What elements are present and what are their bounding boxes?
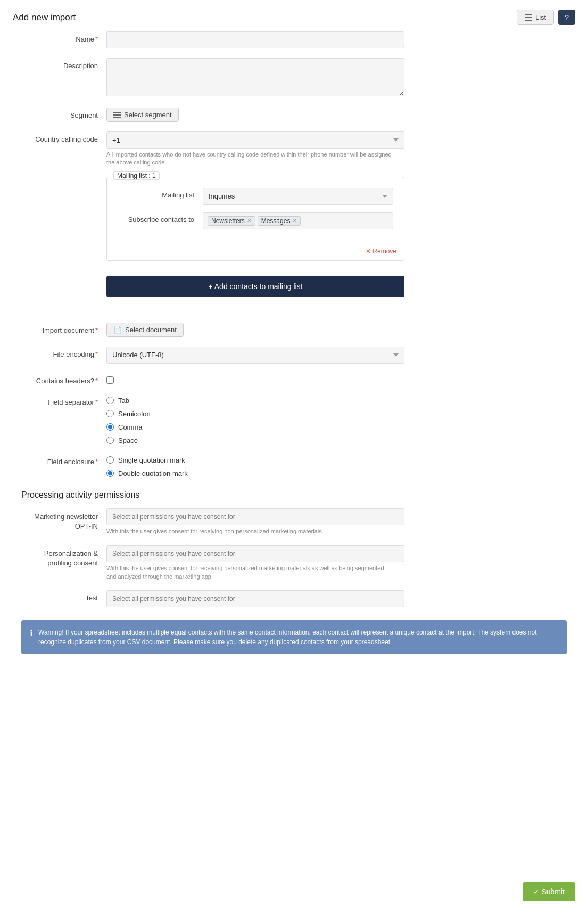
select-segment-button[interactable]: Select segment bbox=[106, 108, 179, 122]
description-input[interactable] bbox=[106, 58, 404, 96]
contains-headers-label: Contains headers?* bbox=[21, 373, 106, 385]
separator-comma-option[interactable]: Comma bbox=[106, 423, 404, 431]
segment-icon bbox=[113, 112, 121, 118]
description-label: Description bbox=[21, 58, 106, 70]
marketing-newsletter-row: Marketing newsletter OPT-IN With this th… bbox=[21, 508, 567, 536]
enclosure-single-option[interactable]: Single quotation mark bbox=[106, 456, 404, 464]
marketing-newsletter-hint: With this the user gives consent for rec… bbox=[106, 528, 394, 536]
help-button[interactable]: ? bbox=[558, 10, 575, 25]
marketing-newsletter-input[interactable] bbox=[106, 508, 404, 525]
country-code-hint: All imported contacts who do not have co… bbox=[106, 151, 394, 167]
page-header: Add new import List ? bbox=[0, 0, 588, 31]
description-control bbox=[106, 58, 404, 98]
name-control bbox=[106, 31, 404, 48]
document-icon: 📄 bbox=[113, 326, 122, 334]
enclosure-double-option[interactable]: Double quotation mark bbox=[106, 470, 404, 477]
subscribe-contacts-label: Subscribe contacts to bbox=[118, 212, 203, 224]
field-enclosure-label: Field enclosure* bbox=[21, 454, 106, 466]
name-row: Name* bbox=[21, 31, 567, 48]
list-button[interactable]: List bbox=[517, 10, 554, 25]
warning-text: Warning! If your spreadsheet includes mu… bbox=[38, 628, 558, 647]
import-document-row: Import document* 📄 Select document bbox=[21, 323, 567, 337]
header-actions: List ? bbox=[517, 10, 575, 25]
segment-row: Segment Select segment bbox=[21, 108, 567, 122]
marketing-newsletter-label: Marketing newsletter OPT-IN bbox=[21, 508, 106, 531]
personalization-control: With this the user gives consent for rec… bbox=[106, 545, 404, 581]
separator-comma-radio[interactable] bbox=[106, 423, 114, 431]
file-encoding-row: File encoding* Unicode (UTF-8) bbox=[21, 347, 567, 364]
tag-messages: Messages ✕ bbox=[258, 216, 301, 226]
processing-section-title: Processing activity permissions bbox=[21, 490, 567, 500]
mailing-list-box-title: Mailing list : 1 bbox=[113, 171, 160, 180]
separator-semicolon-option[interactable]: Semicolon bbox=[106, 410, 404, 418]
remove-newsletters-tag[interactable]: ✕ bbox=[247, 217, 252, 224]
field-separator-row: Field separator* Tab Semicolon Comma bbox=[21, 394, 567, 444]
field-enclosure-row: Field enclosure* Single quotation mark D… bbox=[21, 454, 567, 477]
list-icon bbox=[525, 14, 532, 21]
test-label: test bbox=[21, 590, 106, 602]
select-document-button[interactable]: 📄 Select document bbox=[106, 323, 184, 337]
marketing-newsletter-control: With this the user gives consent for rec… bbox=[106, 508, 404, 536]
country-code-control: +1 All imported contacts who do not have… bbox=[106, 131, 404, 167]
segment-control: Select segment bbox=[106, 108, 404, 122]
separator-tab-radio[interactable] bbox=[106, 397, 114, 404]
personalization-hint: With this the user gives consent for rec… bbox=[106, 564, 394, 581]
separator-semicolon-radio[interactable] bbox=[106, 410, 114, 417]
form-content: Name* Description Segment Select segment bbox=[0, 31, 588, 720]
warning-icon: ℹ bbox=[30, 628, 33, 638]
mailing-list-select[interactable]: Inquiries bbox=[203, 188, 393, 205]
mailing-list-section: Mailing list : 1 Mailing list Inquiries bbox=[21, 177, 567, 269]
submit-button[interactable]: ✓ Submit bbox=[523, 882, 575, 901]
description-row: Description bbox=[21, 58, 567, 98]
mailing-list-row: Mailing list Inquiries bbox=[118, 188, 393, 205]
import-document-control: 📄 Select document bbox=[106, 323, 404, 337]
field-separator-group: Tab Semicolon Comma Space bbox=[106, 394, 404, 444]
field-separator-label: Field separator* bbox=[21, 394, 106, 406]
name-label: Name* bbox=[21, 31, 106, 43]
enclosure-double-radio[interactable] bbox=[106, 470, 114, 477]
country-code-row: Country calling code +1 All imported con… bbox=[21, 131, 567, 167]
name-input[interactable] bbox=[106, 31, 404, 48]
remove-messages-tag[interactable]: ✕ bbox=[292, 217, 297, 224]
personalization-input[interactable] bbox=[106, 545, 404, 562]
contains-headers-checkbox[interactable] bbox=[106, 376, 114, 384]
file-encoding-select[interactable]: Unicode (UTF-8) bbox=[106, 347, 404, 364]
import-document-label: Import document* bbox=[21, 323, 106, 334]
separator-space-radio[interactable] bbox=[106, 437, 114, 444]
remove-mailing-link[interactable]: ✕ Remove bbox=[107, 245, 404, 260]
enclosure-single-radio[interactable] bbox=[106, 456, 114, 464]
contains-headers-control bbox=[106, 373, 404, 384]
tag-newsletters: Newsletters ✕ bbox=[208, 216, 255, 226]
segment-label: Segment bbox=[21, 108, 106, 119]
contains-headers-row: Contains headers?* bbox=[21, 373, 567, 385]
test-row: test bbox=[21, 590, 567, 607]
add-mailing-button[interactable]: + Add contacts to mailing list bbox=[106, 276, 404, 297]
country-code-select[interactable]: +1 bbox=[106, 131, 404, 149]
separator-space-option[interactable]: Space bbox=[106, 437, 404, 444]
field-enclosure-group: Single quotation mark Double quotation m… bbox=[106, 454, 404, 477]
test-input[interactable] bbox=[106, 590, 404, 607]
file-encoding-control: Unicode (UTF-8) bbox=[106, 347, 404, 364]
field-enclosure-control: Single quotation mark Double quotation m… bbox=[106, 454, 404, 477]
field-separator-control: Tab Semicolon Comma Space bbox=[106, 394, 404, 444]
mailing-list-box: Mailing list : 1 Mailing list Inquiries bbox=[106, 177, 404, 261]
mailing-list-label: Mailing list bbox=[118, 188, 203, 199]
personalization-label: Personalization & profiling consent bbox=[21, 545, 106, 568]
warning-box: ℹ Warning! If your spreadsheet includes … bbox=[21, 620, 567, 654]
subscribe-contacts-row: Subscribe contacts to Newsletters ✕ Mess… bbox=[118, 212, 393, 229]
personalization-row: Personalization & profiling consent With… bbox=[21, 545, 567, 581]
test-control bbox=[106, 590, 404, 607]
file-encoding-label: File encoding* bbox=[21, 347, 106, 358]
country-code-label: Country calling code bbox=[21, 131, 106, 143]
subscribe-contacts-input[interactable]: Newsletters ✕ Messages ✕ bbox=[203, 212, 393, 229]
separator-tab-option[interactable]: Tab bbox=[106, 397, 404, 405]
page-title: Add new import bbox=[13, 12, 76, 23]
